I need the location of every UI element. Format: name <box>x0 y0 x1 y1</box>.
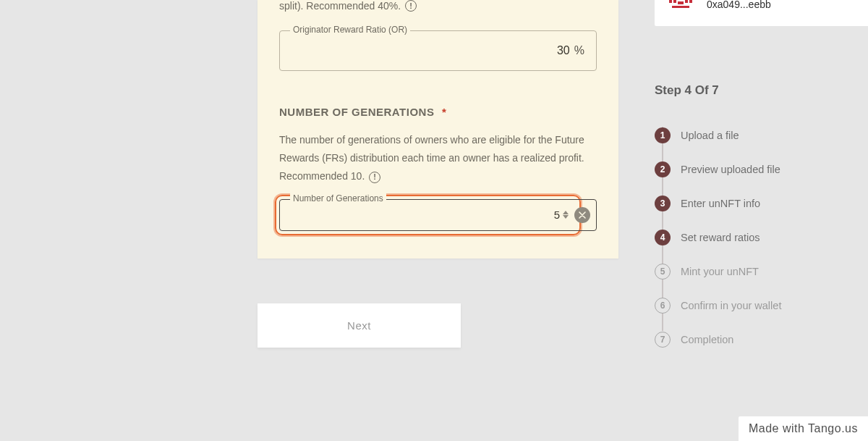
step-number: 3 <box>655 196 671 211</box>
step-list: 1 Upload a file 2 Preview uploaded file … <box>655 118 857 356</box>
stepper-title: Step 4 Of 7 <box>655 83 857 98</box>
wallet-address: 0xa049...eebb <box>707 0 771 10</box>
step-upload-file[interactable]: 1 Upload a file <box>655 118 857 152</box>
step-preview-file[interactable]: 2 Preview uploaded file <box>655 152 857 186</box>
svg-rect-9 <box>678 1 684 4</box>
or-ratio-field[interactable]: Originator Reward Ratio (OR) % <box>279 30 597 71</box>
svg-rect-8 <box>685 0 688 3</box>
step-label: Completion <box>681 334 733 345</box>
generations-description-text: The number of generations of owners who … <box>279 134 584 182</box>
next-button[interactable]: Next <box>258 303 461 348</box>
percent-suffix: % <box>574 44 584 57</box>
stepper-up-icon[interactable] <box>563 211 569 214</box>
stepper-down-icon[interactable] <box>563 215 569 219</box>
svg-rect-6 <box>689 0 692 3</box>
generations-field-wrap: Number of Generations <box>279 199 597 231</box>
form-card: split). Recommended 40%. ! Originator Re… <box>258 0 618 259</box>
step-confirm-wallet[interactable]: 6 Confirm in your wallet <box>655 288 857 322</box>
step-mint[interactable]: 5 Mint your unNFT <box>655 254 857 288</box>
svg-rect-10 <box>672 6 689 8</box>
step-label: Upload a file <box>681 130 739 141</box>
generations-field[interactable]: Number of Generations <box>279 199 597 231</box>
watermark: Made with Tango.us <box>739 416 868 441</box>
or-description-text: split). Recommended 40%. <box>279 0 401 12</box>
info-icon[interactable]: ! <box>369 172 380 183</box>
step-number: 6 <box>655 298 671 314</box>
wallet-card: 0xa049...eebb <box>655 0 868 26</box>
step-number: 1 <box>655 127 671 143</box>
info-icon[interactable]: ! <box>405 0 417 12</box>
or-ratio-legend: Originator Reward Ratio (OR) <box>290 25 410 35</box>
generations-input[interactable] <box>280 209 563 221</box>
step-label: Set reward ratios <box>681 232 760 243</box>
step-enter-info[interactable]: 3 Enter unNFT info <box>655 186 857 220</box>
step-label: Confirm in your wallet <box>681 300 781 311</box>
stepper: Step 4 Of 7 1 Upload a file 2 Preview up… <box>655 83 857 356</box>
step-completion[interactable]: 7 Completion <box>655 322 857 356</box>
or-description-tail: split). Recommended 40%. ! <box>279 0 597 12</box>
clear-button[interactable] <box>574 207 590 223</box>
generations-legend: Number of Generations <box>290 193 386 203</box>
step-set-ratios[interactable]: 4 Set reward ratios <box>655 220 857 254</box>
svg-rect-7 <box>673 0 676 3</box>
generations-description: The number of generations of owners who … <box>279 131 597 186</box>
step-label: Enter unNFT info <box>681 198 760 209</box>
step-label: Mint your unNFT <box>681 266 759 277</box>
avatar <box>668 0 694 20</box>
step-label: Preview uploaded file <box>681 164 780 175</box>
step-number: 4 <box>655 230 671 245</box>
close-icon <box>579 211 586 219</box>
svg-rect-5 <box>669 0 672 3</box>
step-number: 2 <box>655 161 671 177</box>
required-asterisk: * <box>442 106 446 118</box>
generations-heading-text: NUMBER OF GENERATIONS <box>279 106 434 118</box>
step-number: 5 <box>655 264 671 280</box>
or-ratio-input[interactable] <box>534 44 570 57</box>
step-number: 7 <box>655 332 671 348</box>
generations-heading: NUMBER OF GENERATIONS * <box>279 106 597 118</box>
number-stepper[interactable] <box>563 211 569 219</box>
